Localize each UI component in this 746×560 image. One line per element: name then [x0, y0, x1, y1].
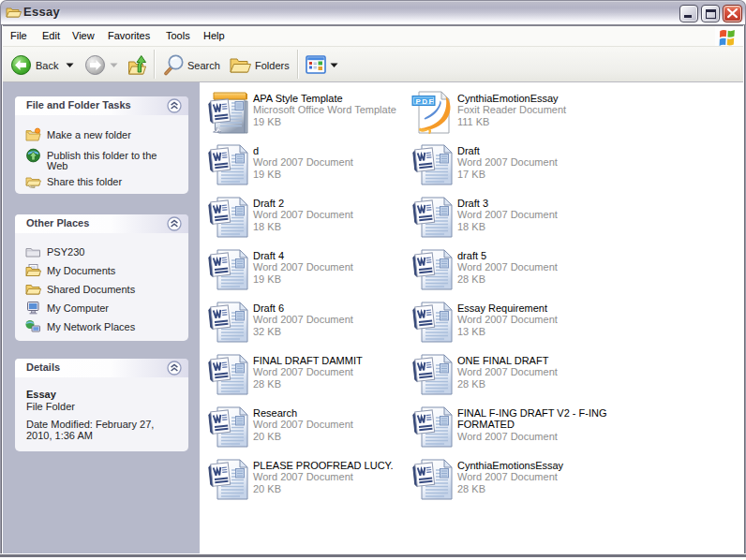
- svg-text:PDF: PDF: [416, 97, 435, 106]
